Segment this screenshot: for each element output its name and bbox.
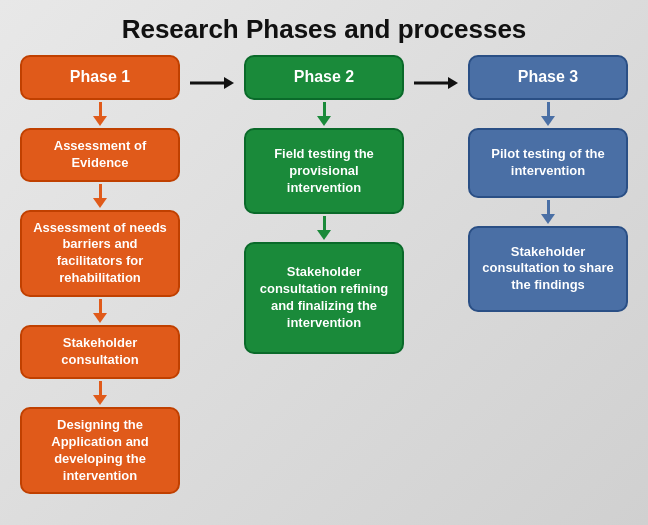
phase1-item-2: Assessment of needs barriers and facilit… <box>20 210 180 298</box>
phase1-item-3: Stakeholder consultation <box>20 325 180 379</box>
phase2-item-2: Stakeholder consultation refining and fi… <box>244 242 404 354</box>
phase3-item-2: Stakeholder consultation to share the fi… <box>468 226 628 313</box>
phase1-header: Phase 1 <box>20 55 180 100</box>
svg-marker-3 <box>448 77 458 89</box>
phase2-arrow-1 <box>314 102 334 126</box>
right-arrow-icon-2 <box>414 73 458 93</box>
phase2-header: Phase 2 <box>244 55 404 100</box>
svg-marker-1 <box>224 77 234 89</box>
right-arrow-icon <box>190 73 234 93</box>
phase2-arrow-2 <box>314 216 334 240</box>
phase1-arrow-1 <box>90 102 110 126</box>
page-title: Research Phases and processes <box>0 0 648 55</box>
phase1-arrow-4 <box>90 381 110 405</box>
phase3-arrow-1 <box>538 102 558 126</box>
phase3-arrow-2 <box>538 200 558 224</box>
phase1-col: Phase 1 Assessment of Evidence Assessmen… <box>10 55 190 494</box>
phase1-arrow-2 <box>90 184 110 208</box>
phase2-col: Phase 2 Field testing the provisional in… <box>234 55 414 354</box>
phase1-item-4: Designing the Application and developing… <box>20 407 180 495</box>
phase3-header: Phase 3 <box>468 55 628 100</box>
phase1-item-1: Assessment of Evidence <box>20 128 180 182</box>
h-arrow-2-3 <box>414 55 458 93</box>
phase2-item-1: Field testing the provisional interventi… <box>244 128 404 215</box>
phases-container: Phase 1 Assessment of Evidence Assessmen… <box>0 55 648 525</box>
phase1-arrow-3 <box>90 299 110 323</box>
phase3-item-1: Pilot testing of the intervention <box>468 128 628 198</box>
phase3-col: Phase 3 Pilot testing of the interventio… <box>458 55 638 312</box>
h-arrow-1-2 <box>190 55 234 93</box>
